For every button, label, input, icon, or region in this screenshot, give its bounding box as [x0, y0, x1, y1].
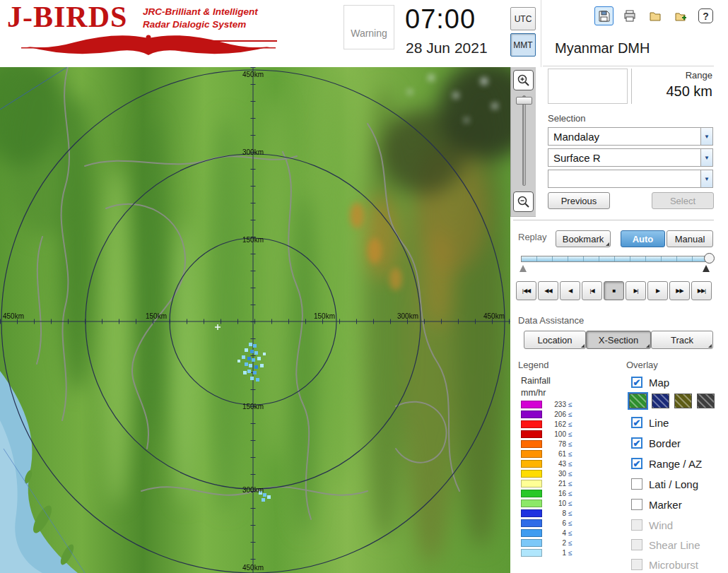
legend-scale: 233≤ 206≤ 162≤ 100≤ 78≤ 61≤ 43≤ 30≤ 21≤ …	[521, 399, 573, 557]
map-style-swatch-gray[interactable]	[697, 394, 715, 408]
overlay-label: Overlay	[626, 360, 658, 370]
range-az-checkbox[interactable]: ✔	[631, 458, 642, 469]
stop-button[interactable]: ■	[604, 281, 624, 300]
open-folder-button[interactable]	[645, 6, 664, 25]
logo-subtitle: JRC-Brilliant & Intelligent Radar Dialog…	[143, 6, 258, 30]
folder-icon	[648, 9, 662, 23]
zoom-out-icon	[517, 195, 531, 209]
map-checkbox[interactable]: ✔	[631, 377, 642, 388]
mmt-button[interactable]: MMT	[510, 33, 536, 57]
play-reverse-button[interactable]: ◀	[560, 281, 580, 300]
range-label: Range	[635, 70, 712, 81]
legend-color-chip	[521, 529, 542, 537]
print-button[interactable]	[620, 6, 639, 25]
station-dropdown-value: Mandalay	[548, 131, 700, 143]
legend-row: 4≤	[521, 528, 573, 538]
zoom-out-button[interactable]	[513, 191, 534, 212]
timeline-start-marker[interactable]	[519, 265, 527, 272]
option-dropdown[interactable]: ▼	[548, 170, 713, 188]
fold-corner-icon	[646, 344, 650, 348]
warning-panel: Warning	[344, 5, 394, 49]
x-section-button[interactable]: X-Section	[586, 331, 651, 349]
legend-operator: ≤	[568, 460, 573, 468]
legend-color-chip	[521, 519, 542, 527]
fold-corner-icon	[581, 344, 585, 348]
wind-checkbox: ✔	[631, 519, 642, 531]
folder-plus-icon	[674, 9, 688, 23]
chevron-down-icon[interactable]: ▼	[700, 149, 712, 166]
zoom-in-button[interactable]	[513, 70, 534, 90]
check-icon: ✔	[633, 418, 641, 427]
legend-value: 78	[548, 440, 566, 448]
logo-title: J-BIRDS	[7, 0, 127, 34]
overlay-item-label: Range / AZ	[649, 458, 702, 470]
legend-value: 61	[548, 450, 566, 458]
legend-operator: ≤	[568, 410, 573, 418]
select-button[interactable]: Select	[652, 192, 714, 209]
legend-value: 6	[548, 519, 566, 527]
range-value: 450 km	[635, 83, 712, 100]
legend-color-chip	[521, 480, 542, 488]
radar-map[interactable]: 450km 300km 150km 150km 300km 450km 450k…	[0, 67, 510, 573]
overlay-item-label: Shear Line	[649, 539, 700, 551]
legend-value: 16	[548, 490, 566, 497]
map-range-label: 450km	[242, 71, 264, 78]
overlay-item-line[interactable]: ✔ Line	[631, 415, 669, 430]
chevron-down-icon[interactable]: ▼	[700, 128, 712, 145]
timeline-handle[interactable]	[704, 253, 715, 264]
map-style-swatch-navy[interactable]	[652, 394, 669, 408]
track-button[interactable]: Track	[651, 331, 713, 349]
help-button[interactable]: ?	[696, 6, 715, 25]
export-button[interactable]	[671, 6, 690, 25]
save-button[interactable]	[594, 6, 613, 25]
logo-subtitle-line1: JRC-Brilliant & Intelligent	[143, 6, 258, 18]
play-button[interactable]: ▶	[647, 281, 668, 300]
legend-unit-line2: mm/hr	[521, 387, 551, 399]
fast-forward-button[interactable]: ▶▶	[669, 281, 690, 300]
skip-to-end-button[interactable]: ▶▶|	[691, 281, 712, 300]
utc-button[interactable]: UTC	[510, 7, 536, 30]
legend-value: 8	[548, 509, 566, 517]
lati-long-checkbox[interactable]: ✔	[631, 478, 642, 490]
range-divider	[631, 69, 632, 104]
logo-subtitle-line2: Radar Dialogic System	[143, 18, 258, 31]
auto-button[interactable]: Auto	[621, 230, 665, 247]
product-dropdown[interactable]: Surface R ▼	[548, 148, 713, 167]
bookmark-button[interactable]: Bookmark	[556, 230, 611, 247]
overlay-item-border[interactable]: ✔ Border	[631, 436, 681, 450]
zoom-slider-handle[interactable]	[516, 97, 532, 105]
overlay-item-label: Wind	[649, 519, 673, 531]
previous-button[interactable]: Previous	[548, 192, 610, 209]
step-forward-button[interactable]: ▶|	[626, 281, 646, 300]
step-back-button[interactable]: |◀	[582, 281, 602, 300]
skip-to-start-button[interactable]: |◀◀	[516, 281, 536, 300]
map-style-swatch-olive[interactable]	[674, 394, 692, 408]
map-style-swatch-green[interactable]	[629, 394, 647, 408]
overlay-item-lati-long[interactable]: ✔ Lati / Long	[631, 477, 698, 491]
legend-row: 61≤	[521, 449, 573, 459]
timeline-end-marker[interactable]	[703, 265, 710, 272]
location-button[interactable]: Location	[524, 331, 586, 349]
replay-timeline[interactable]	[521, 256, 710, 262]
overlay-item-marker[interactable]: ✔ Marker	[631, 497, 682, 512]
line-checkbox[interactable]: ✔	[631, 417, 642, 428]
marker-checkbox[interactable]: ✔	[631, 499, 642, 510]
overlay-item-map[interactable]: ✔ Map	[631, 375, 669, 389]
map-style-picker	[629, 394, 715, 408]
zoom-slider-track[interactable]	[522, 95, 526, 186]
legend-operator: ≤	[568, 539, 573, 547]
map-range-label: 300km	[242, 486, 264, 494]
shear-line-checkbox: ✔	[631, 539, 642, 550]
overlay-item-shear-line: ✔ Shear Line	[631, 538, 700, 552]
station-dropdown[interactable]: Mandalay ▼	[548, 127, 713, 146]
chevron-down-icon[interactable]: ▼	[700, 170, 712, 187]
data-assistance-label: Data Assistance	[518, 315, 584, 326]
fast-rewind-button[interactable]: ◀◀	[538, 281, 558, 300]
border-checkbox[interactable]: ✔	[631, 437, 642, 449]
overlay-item-range-az[interactable]: ✔ Range / AZ	[631, 456, 702, 471]
manual-button[interactable]: Manual	[667, 230, 713, 247]
legend-color-chip	[521, 430, 542, 438]
panel-divider	[513, 220, 714, 220]
product-dropdown-value: Surface R	[548, 152, 700, 164]
fold-corner-icon	[606, 242, 609, 246]
